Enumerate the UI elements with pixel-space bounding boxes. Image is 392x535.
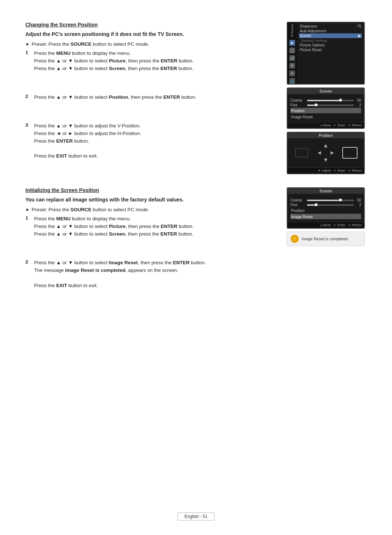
tv-alert-box: ! Image Reset is completed. [287, 232, 365, 246]
section2-preset: ➤ Preset: Press the SOURCE button to sel… [25, 207, 276, 212]
coarse-track2 [307, 200, 354, 201]
tv-screen-sliders: Screen Coarse 50 Fine [287, 87, 365, 129]
coarse-fill2 [307, 200, 341, 201]
fine-label: Fine [290, 103, 306, 107]
coarse-value: 50 [355, 98, 361, 102]
screen-slider-content2: Coarse 50 Fine 2 [287, 195, 364, 222]
section2-block: Initializing the Screen Position You can… [25, 187, 367, 292]
section1-preset-text: Preset: Press the SOURCE button to selec… [32, 41, 149, 47]
fine-slider-row: Fine 2 [290, 103, 361, 107]
position-label: Position [291, 109, 305, 113]
position-right-group [339, 142, 360, 164]
page-footer: English - 51 [0, 512, 392, 520]
page-container: Changing the Screen Position Adjust the … [0, 0, 392, 334]
fine-slider-row2: Fine 2 [290, 203, 361, 207]
return-label3: ↩ Return [348, 223, 362, 227]
section1-preset: ➤ Preset: Press the SOURCE button to sel… [25, 41, 276, 47]
move-label: ⬥ Move [320, 123, 331, 127]
section2-subtitle: You can replace all image settings with … [25, 197, 276, 203]
return-label2: ↩ Return [348, 169, 362, 172]
section1-subtitle: Adjust the PC's screen positioning if it… [25, 31, 276, 37]
screen-title: Screen [287, 88, 364, 94]
coarse-slider-row2: Coarse 50 [290, 198, 361, 202]
picture-options-row: Picture Options [299, 43, 362, 48]
enter-label3: ↵ Enter [334, 223, 345, 227]
section2-step2: 2 Press the ▲ or ▼ button to select Imag… [25, 259, 276, 290]
position-menu-row: Position [290, 108, 361, 113]
step3-text: Press the ▲ or ▼ button to adjust the V-… [34, 122, 141, 160]
pic-icon-5: ✦ [289, 70, 295, 76]
screen-slider-content: Coarse 50 Fine 2 [287, 95, 364, 122]
coarse-thumb2 [339, 199, 342, 201]
position-inner-box [295, 148, 308, 158]
picture-reset-row: Picture Reset [299, 48, 362, 52]
pic-icon-6: 📺 [289, 78, 295, 84]
step2-num: 2 [25, 94, 31, 101]
sharpness-value: : 75 [355, 24, 361, 28]
preset-arrow2-icon: ➤ [25, 207, 29, 212]
picture-reset-label: Picture Reset [300, 48, 322, 52]
position-body: ▲ ◄ ► ▼ [287, 138, 364, 167]
fine-track [307, 105, 354, 106]
coarse-slider-row: Coarse 50 [290, 98, 361, 102]
footer-label: English - 51 [177, 512, 214, 520]
pic-icon-3: 🔊 [289, 55, 295, 61]
move-label2: ⬥ Move [320, 223, 331, 227]
section2-step1: 1 Press the MENU button to display the m… [25, 215, 276, 238]
s2-step1-num: 1 [25, 215, 31, 238]
down-arrow-icon: ▼ [323, 157, 329, 163]
right-arrow-icon: ► [330, 150, 335, 156]
image-reset-label2: Image Reset [291, 215, 313, 219]
lr-arrows-row: ◄ ► [317, 150, 335, 156]
screen-footer2: ⬥ Move ↵ Enter ↩ Return [287, 222, 364, 228]
position-footer: ✦ Adjust ↵ Enter ↩ Return [287, 167, 364, 173]
step1-num: 1 [25, 50, 31, 73]
adjust-label: ✦ Adjust [318, 169, 331, 172]
section2-text: Initializing the Screen Position You can… [25, 187, 276, 292]
section1-text: Changing the Screen Position Adjust the … [25, 22, 276, 174]
section1-images: Picture ▶ ◯ 🔊 ⚙ ✦ 📺 Sharpness : 75 [287, 22, 367, 174]
coarse-fill [307, 100, 341, 101]
auto-adjustment-label: Auto Adjustment [300, 29, 326, 33]
step1-text: Press the MENU button to display the men… [34, 50, 193, 73]
alert-text: Image Reset is completed. [302, 237, 349, 241]
screen-row-selected: Screen ▶ [299, 33, 362, 38]
section2-images: Screen Coarse 50 Fine [287, 187, 367, 292]
step3-num: 3 [25, 122, 31, 160]
section1-step3: 3 Press the ▲ or ▼ button to adjust the … [25, 122, 276, 160]
tv-screen-position: Position ▲ ◄ ► ▼ [287, 132, 365, 174]
screen-label: Screen [300, 34, 311, 38]
left-arrow-icon: ◄ [317, 150, 322, 156]
tv-screen-sliders2: Screen Coarse 50 Fine [287, 187, 365, 229]
sharpness-label: Sharpness [300, 24, 317, 28]
picture-label-vert: Picture [290, 24, 294, 37]
section1-step1: 1 Press the MENU button to display the m… [25, 50, 276, 73]
tv-sidebar-icons: Picture ▶ ◯ 🔊 ⚙ ✦ 📺 [287, 23, 297, 84]
section2-preset-text: Preset: Press the SOURCE button to selec… [32, 207, 149, 212]
fine-value: 2 [355, 103, 361, 107]
section1-heading: Changing the Screen Position [25, 22, 276, 28]
position-outer-box [342, 147, 358, 159]
image-reset-menu-row2: Image Reset [290, 214, 361, 219]
coarse-track [307, 100, 354, 101]
tv-screen-picture-menu: Picture ▶ ◯ 🔊 ⚙ ✦ 📺 Sharpness : 75 [287, 22, 365, 85]
section1-step2: 2 Press the ▲ or ▼ button to select Posi… [25, 94, 276, 101]
position-label2: Position [291, 208, 305, 213]
pic-icon-2: ◯ [289, 48, 295, 53]
image-reset-label: Image Reset [291, 115, 313, 119]
enter-label2: ↵ Enter [334, 169, 345, 172]
position-menu-row2: Position [290, 208, 361, 213]
up-arrow-icon: ▲ [323, 142, 329, 149]
pic-icon-4: ⚙ [289, 63, 295, 69]
position-left-group [291, 142, 312, 164]
coarse-value2: 50 [355, 198, 361, 202]
s2-step2-num: 2 [25, 259, 31, 290]
return-label: ↩ Return [348, 123, 362, 127]
s2-step2-text: Press the ▲ or ▼ button to select Image … [34, 259, 206, 290]
screen-title2: Screen [287, 188, 364, 194]
fine-track2 [307, 204, 354, 206]
enter-label: ↵ Enter [334, 123, 345, 127]
detailed-settings-label: Detailed Settings [301, 38, 327, 42]
image-reset-menu-row: Image Reset [290, 114, 361, 119]
coarse-label: Coarse [290, 98, 306, 102]
